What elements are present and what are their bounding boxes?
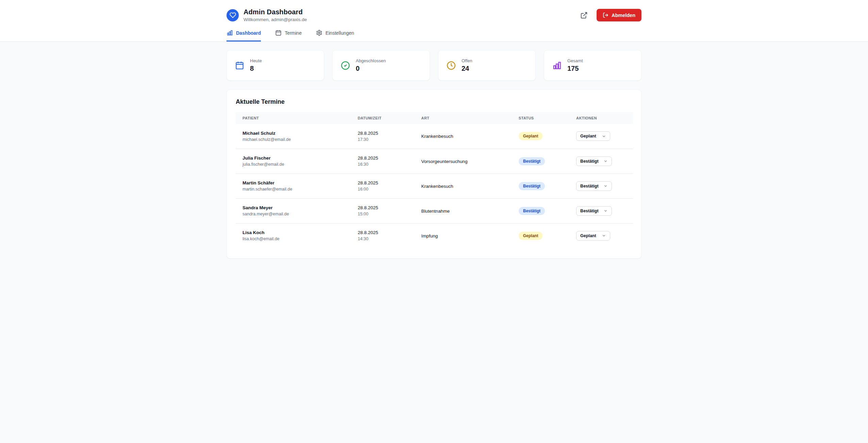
patient-email: lisa.koch@email.de	[243, 236, 344, 241]
appointment-date: 28.8.2025	[358, 131, 408, 136]
appointment-type: Krankenbesuch	[421, 184, 453, 189]
patient-email: sandra.meyer@email.de	[243, 212, 344, 216]
chevron-down-icon	[602, 233, 606, 238]
appointments-table: Patient Datum/Zeit Art Status Aktionen M…	[236, 112, 633, 248]
stat-card-gesamt: Gesamt 175	[544, 50, 641, 81]
patient-email: michael.schulz@email.de	[243, 137, 344, 142]
table-row: Martin Schäfer martin.schaefer@email.de …	[236, 174, 633, 198]
appointment-type: Krankenbesuch	[421, 134, 453, 139]
welcome-subtitle: Willkommen, admin@praxis.de	[244, 17, 307, 22]
appointment-date: 28.8.2025	[358, 155, 408, 161]
table-row: Sandra Meyer sandra.meyer@email.de 28.8.…	[236, 198, 633, 223]
table-row: Michael Schulz michael.schulz@email.de 2…	[236, 124, 633, 149]
logout-label: Abmelden	[612, 13, 635, 18]
tab-dashboard[interactable]: Dashboard	[227, 30, 261, 42]
appointment-time: 17:30	[358, 137, 408, 142]
logout-icon	[603, 12, 608, 18]
stat-card-heute: Heute 8	[227, 50, 324, 81]
status-select-value: Bestätigt	[580, 184, 598, 188]
tab-label: Termine	[285, 30, 302, 36]
status-badge: Bestätigt	[519, 157, 545, 165]
heart-icon	[230, 12, 236, 18]
appointment-time: 14:30	[358, 236, 408, 241]
bar-chart-icon	[227, 30, 233, 36]
status-select-value: Geplant	[580, 134, 596, 138]
page-title: Admin Dashboard	[244, 8, 307, 16]
tab-label: Einstellungen	[326, 30, 354, 36]
stat-value: 8	[250, 65, 262, 72]
appointment-time: 15:00	[358, 212, 408, 216]
status-select-value: Bestätigt	[580, 209, 598, 213]
chevron-down-icon	[603, 184, 608, 188]
appointment-date: 28.8.2025	[358, 230, 408, 235]
patient-name: Lisa Koch	[243, 230, 344, 235]
patient-name: Sandra Meyer	[243, 205, 344, 210]
chevron-down-icon	[602, 134, 606, 138]
external-link-icon	[580, 12, 588, 19]
stat-value: 24	[462, 65, 472, 72]
stat-label: Abgeschlossen	[356, 58, 386, 63]
status-badge: Geplant	[519, 232, 543, 240]
external-link-button[interactable]	[580, 11, 588, 20]
status-select[interactable]: Bestätigt	[576, 181, 612, 191]
status-select[interactable]: Geplant	[576, 131, 610, 141]
logout-button[interactable]: Abmelden	[597, 9, 641, 21]
calendar-icon	[235, 61, 244, 70]
stat-label: Gesamt	[567, 58, 583, 63]
patient-email: julia.fischer@email.de	[243, 162, 344, 167]
appointment-type: Impfung	[421, 233, 438, 239]
brand: Admin Dashboard Willkommen, admin@praxis…	[227, 8, 307, 22]
column-header-patient: Patient	[236, 112, 351, 124]
table-row: Lisa Koch lisa.koch@email.de 28.8.2025 1…	[236, 223, 633, 248]
stat-label: Heute	[250, 58, 262, 63]
stats-row: Heute 8 Abgeschlossen 0	[227, 50, 641, 81]
table-header-row: Patient Datum/Zeit Art Status Aktionen	[236, 112, 633, 124]
column-header-datum: Datum/Zeit	[351, 112, 415, 124]
patient-name: Martin Schäfer	[243, 180, 344, 185]
status-select[interactable]: Bestätigt	[576, 206, 612, 216]
appointment-date: 28.8.2025	[358, 205, 408, 210]
stat-card-abgeschlossen: Abgeschlossen 0	[332, 50, 430, 81]
appointments-title: Aktuelle Termine	[227, 90, 641, 112]
status-badge: Geplant	[519, 132, 543, 140]
status-badge: Bestätigt	[519, 182, 545, 190]
column-header-aktionen: Aktionen	[569, 112, 633, 124]
column-header-art: Art	[415, 112, 512, 124]
appointment-date: 28.8.2025	[358, 180, 408, 185]
tab-label: Dashboard	[236, 30, 261, 36]
stat-label: Offen	[462, 58, 472, 63]
chevron-down-icon	[603, 159, 608, 163]
status-select-value: Geplant	[580, 233, 596, 238]
stat-value: 0	[356, 65, 386, 72]
chevron-down-icon	[603, 209, 608, 213]
table-row: Julia Fischer julia.fischer@email.de 28.…	[236, 149, 633, 174]
status-badge: Bestätigt	[519, 207, 545, 215]
stat-value: 175	[567, 65, 583, 72]
column-header-status: Status	[512, 112, 569, 124]
stat-card-offen: Offen 24	[438, 50, 536, 81]
check-circle-icon	[341, 61, 350, 70]
appointment-type: Vorsorgeuntersuchung	[421, 159, 468, 164]
appointment-time: 16:30	[358, 162, 408, 167]
patient-name: Michael Schulz	[243, 131, 344, 136]
clock-icon	[447, 61, 456, 70]
patient-name: Julia Fischer	[243, 155, 344, 161]
status-select-value: Bestätigt	[580, 159, 598, 164]
bar-chart-icon	[552, 61, 562, 70]
gear-icon	[316, 30, 322, 36]
app-logo	[227, 9, 239, 21]
appointment-type: Blutentnahme	[421, 209, 450, 214]
appointment-time: 16:00	[358, 187, 408, 192]
tab-einstellungen[interactable]: Einstellungen	[316, 30, 354, 42]
patient-email: martin.schaefer@email.de	[243, 187, 344, 192]
status-select[interactable]: Bestätigt	[576, 157, 612, 166]
main-nav: Dashboard Termine Einstellungen	[227, 30, 641, 42]
status-select[interactable]: Geplant	[576, 231, 610, 241]
calendar-icon	[275, 30, 282, 36]
app-header: Admin Dashboard Willkommen, admin@praxis…	[0, 0, 868, 42]
appointments-panel: Aktuelle Termine Patient Datum/Zeit Art …	[227, 89, 641, 259]
tab-termine[interactable]: Termine	[275, 30, 302, 42]
